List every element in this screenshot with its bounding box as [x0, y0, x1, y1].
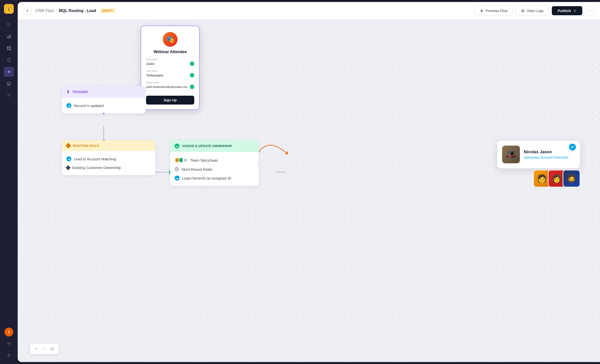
assign-team-label: Team SpicySaas	[190, 158, 218, 162]
routing-item-2: Existing Customer Ownership	[66, 164, 151, 172]
preview-flow-button[interactable]: Preview Flow	[475, 6, 513, 15]
first-name-label: First name	[146, 58, 194, 61]
sidebar-item-layers[interactable]	[4, 79, 14, 89]
assign-right-connector	[258, 162, 260, 164]
sidebar-item-refresh[interactable]: ↻	[4, 20, 14, 30]
nicolas-name: Nicolas Jason	[524, 150, 575, 154]
svg-rect-5	[7, 48, 9, 50]
svg-rect-0	[7, 36, 8, 38]
last-name-label: Last name	[146, 70, 194, 72]
routing-item-1: ☁ Lead to Account Matching	[66, 154, 151, 163]
routing-item-2-label: Existing Customer Ownership	[72, 166, 121, 170]
assign-ownership-node: ☁ ASSIGN & UPDATE OWNERSHIP A B +8 Team …	[170, 140, 259, 186]
main-content: CRM Flow / MQL Routing - Lead DRAFT Prev…	[18, 2, 600, 362]
assign-item-team: A B +8 Team SpicySaas	[175, 155, 254, 165]
avatar-group-item-3: 🧔	[563, 170, 580, 187]
trigger-node-body: ☁ Record is updated	[62, 98, 146, 113]
webinar-title: Webinar Attendee	[146, 50, 194, 54]
settings-icon[interactable]	[4, 338, 14, 348]
first-name-check: ✓	[190, 61, 194, 66]
header-actions: Preview Flow View Logs Publish ···	[475, 6, 594, 15]
assign-robin-label: Strict Round Robin	[181, 167, 212, 171]
email-value: justin.timberspice@spicysaas.com	[146, 85, 187, 88]
breadcrumb: CRM Flow / MQL Routing - Lead	[35, 9, 96, 13]
sidebar-item-chart[interactable]	[4, 31, 14, 41]
nicolas-title: Spicysaas Account Executive	[524, 155, 575, 159]
team-avatar-plus: +8	[182, 157, 188, 163]
webinar-avatar: 🎭	[163, 32, 178, 47]
trigger-node-header: ⬇ TRIGGER	[62, 86, 146, 98]
salesforce-routing-icon-1: ☁	[66, 156, 71, 161]
routing-label: ROUTING RULE	[73, 144, 99, 148]
trigger-node: ⬇ TRIGGER ☁ Record is updated	[62, 86, 146, 113]
signup-button[interactable]: Sign Up	[146, 96, 194, 105]
view-logs-button[interactable]: View Logs	[516, 6, 549, 15]
salesforce-badge: SF	[569, 144, 576, 151]
email-check: ✓	[190, 85, 194, 89]
assign-item-robin: Strict Round Robin	[175, 165, 254, 173]
routing-node-body: ☁ Lead to Account Matching Existing Cust…	[62, 151, 155, 175]
webinar-popup: 🎭 Webinar Attendee First name Justin ✓ L…	[141, 26, 200, 110]
more-options-button[interactable]: ···	[585, 6, 594, 15]
trigger-label: TRIGGER	[72, 90, 88, 94]
svg-rect-1	[8, 35, 9, 38]
assign-node-header: ☁ ASSIGN & UPDATE OWNERSHIP	[170, 140, 259, 152]
round-robin-icon	[175, 167, 179, 171]
sidebar-item-flow[interactable]	[4, 67, 14, 77]
svg-rect-4	[9, 46, 11, 48]
user-avatar[interactable]: J	[4, 328, 13, 336]
assign-node-body: A B +8 Team SpicySaas Strict Round Robin…	[170, 152, 259, 186]
sidebar-item-grid[interactable]	[4, 43, 14, 53]
flow-canvas[interactable]: 🎭 Webinar Attendee First name Justin ✓ L…	[18, 20, 600, 362]
svg-rect-2	[10, 34, 11, 38]
publish-button[interactable]: Publish	[552, 6, 582, 15]
last-name-check: ✓	[190, 73, 194, 77]
routing-node-header: ROUTING RULE	[62, 140, 155, 151]
nicolas-avatar: 🎩	[502, 146, 520, 163]
last-name-value: Timberspice	[146, 74, 163, 77]
svg-rect-6	[9, 48, 11, 50]
flow-connections	[18, 20, 600, 362]
assign-owner-label: Lead.OwnerID as Assignee ID	[182, 176, 231, 180]
trigger-bottom-connector	[103, 112, 105, 115]
first-name-field: First name Justin ✓	[146, 58, 194, 67]
header: CRM Flow / MQL Routing - Lead DRAFT Prev…	[18, 2, 600, 20]
routing-item-1-label: Lead to Account Matching	[74, 157, 116, 161]
email-field: Work email justin.timberspice@spicysaas.…	[146, 81, 194, 90]
team-avatars: A B +8	[175, 157, 188, 163]
nicolas-info: Nicolas Jason Spicysaas Account Executiv…	[524, 150, 575, 159]
assign-label: ASSIGN & UPDATE OWNERSHIP	[182, 144, 232, 148]
assign-item-owner: ☁ Lead.OwnerID as Assignee ID	[175, 174, 254, 182]
zoom-in-button[interactable]: +	[33, 345, 40, 352]
back-button[interactable]	[24, 7, 31, 15]
avatar-group: 🧑 👩 🧔	[533, 170, 580, 187]
sidebar-logo[interactable]: 💰	[4, 4, 14, 14]
trigger-record-item: ☁ Record is updated	[66, 101, 141, 110]
trigger-down-icon: ⬇	[66, 90, 70, 94]
routing-diamond-icon	[66, 143, 71, 149]
sidebar-item-filter[interactable]	[4, 91, 14, 100]
salesforce-owner-icon: ☁	[175, 176, 180, 181]
canvas-toolbar: + − ⊡	[30, 343, 59, 354]
email-label: Work email	[146, 81, 194, 84]
first-name-value: Justin	[146, 62, 154, 66]
zoom-fit-button[interactable]: ⊡	[48, 345, 56, 352]
breadcrumb-root[interactable]: CRM Flow	[35, 9, 54, 13]
diamond-routing-icon-2	[66, 165, 71, 170]
trigger-record-label: Record is updated	[74, 104, 104, 108]
salesforce-assign-icon: ☁	[175, 144, 180, 149]
breadcrumb-separator: /	[56, 9, 57, 13]
sidebar-item-sync[interactable]	[4, 55, 14, 65]
svg-marker-11	[481, 10, 483, 12]
export-icon[interactable]	[4, 350, 14, 360]
breadcrumb-current: MQL Routing - Lead	[59, 9, 96, 13]
sidebar: 💰 ↻ J	[0, 0, 18, 364]
nicolas-jason-card: 🎩 Nicolas Jason Spicysaas Account Execut…	[497, 140, 580, 169]
zoom-out-button[interactable]: −	[41, 345, 48, 352]
draft-badge: DRAFT	[100, 8, 116, 13]
salesforce-trigger-icon: ☁	[66, 103, 71, 108]
sidebar-bottom: J	[4, 328, 14, 360]
last-name-field: Last name Timberspice ✓	[146, 70, 194, 79]
svg-rect-3	[7, 46, 9, 48]
routing-rule-node: ROUTING RULE ☁ Lead to Account Matching …	[62, 140, 155, 175]
